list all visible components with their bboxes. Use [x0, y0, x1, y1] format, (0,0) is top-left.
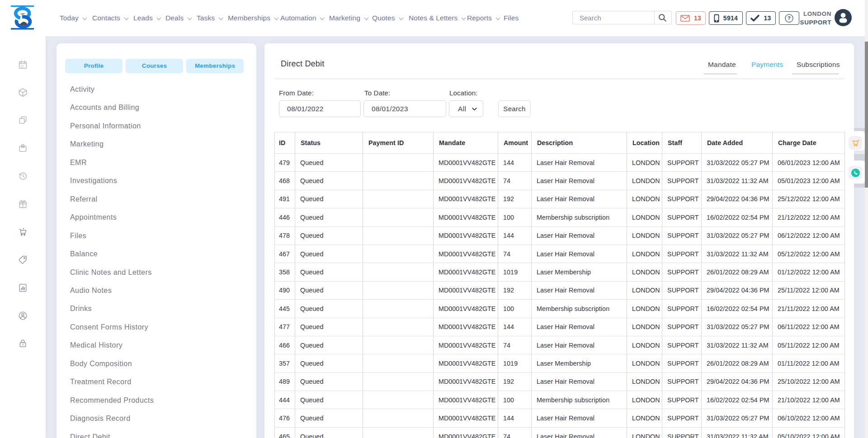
- svg-text:12: 12: [20, 64, 24, 68]
- svg-text:?: ?: [788, 15, 791, 21]
